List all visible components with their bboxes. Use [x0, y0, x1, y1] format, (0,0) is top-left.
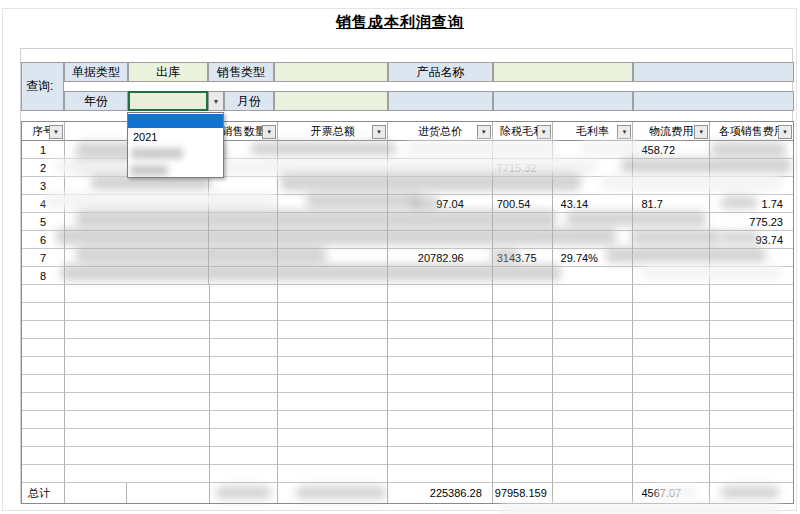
cell[interactable]: [388, 393, 493, 411]
doc-type-value-cell[interactable]: 出库: [128, 62, 208, 82]
cell[interactable]: [209, 249, 278, 267]
cell[interactable]: [278, 285, 388, 303]
cell[interactable]: [388, 285, 493, 303]
query-extra-cell[interactable]: [633, 62, 794, 82]
cell-seq[interactable]: 5: [22, 213, 65, 231]
cell[interactable]: [633, 267, 710, 285]
cell[interactable]: [22, 375, 65, 393]
cell[interactable]: [493, 177, 553, 195]
dropdown-item-redacted[interactable]: [128, 163, 223, 177]
query-extra-cell[interactable]: [388, 91, 493, 111]
cell[interactable]: [209, 213, 278, 231]
cell[interactable]: [65, 447, 210, 465]
cell[interactable]: [388, 321, 493, 339]
cell[interactable]: [633, 177, 710, 195]
cell[interactable]: [278, 231, 388, 249]
cell[interactable]: [633, 285, 710, 303]
filter-dropdown-icon[interactable]: ▼: [49, 125, 63, 139]
cell[interactable]: [65, 465, 210, 483]
filter-dropdown-icon[interactable]: ▼: [617, 125, 631, 139]
cell[interactable]: [278, 195, 388, 213]
cell[interactable]: [278, 267, 388, 285]
cell[interactable]: [633, 249, 710, 267]
cell[interactable]: [633, 159, 710, 177]
cell-purchase[interactable]: 97.04: [388, 195, 493, 213]
cell[interactable]: [65, 357, 210, 375]
cell[interactable]: [710, 141, 793, 159]
cell[interactable]: [278, 483, 388, 503]
cell-logistics[interactable]: 81.7: [633, 195, 710, 213]
cell[interactable]: [65, 321, 210, 339]
cell[interactable]: [278, 141, 388, 159]
cell[interactable]: [65, 267, 210, 285]
cell[interactable]: [278, 339, 388, 357]
cell[interactable]: [388, 213, 493, 231]
cell[interactable]: [65, 429, 210, 447]
cell[interactable]: [493, 357, 553, 375]
cell[interactable]: [65, 375, 210, 393]
cell[interactable]: [553, 483, 634, 503]
cell[interactable]: [553, 177, 634, 195]
cell[interactable]: [493, 321, 553, 339]
cell[interactable]: [209, 231, 278, 249]
cell[interactable]: [22, 393, 65, 411]
cell-gross[interactable]: 7715.32: [493, 159, 553, 177]
cell[interactable]: [710, 303, 793, 321]
cell[interactable]: [493, 447, 553, 465]
cell-gross[interactable]: 700.54: [493, 195, 553, 213]
cell-margin[interactable]: 43.14: [553, 195, 634, 213]
cell[interactable]: [493, 267, 553, 285]
cell[interactable]: [210, 483, 279, 503]
filter-dropdown-icon[interactable]: ▼: [262, 125, 276, 139]
cell[interactable]: [22, 357, 65, 375]
cell[interactable]: [388, 141, 493, 159]
cell[interactable]: [65, 483, 127, 503]
cell[interactable]: [493, 141, 553, 159]
cell[interactable]: [65, 231, 210, 249]
cell[interactable]: [278, 213, 388, 231]
cell[interactable]: [65, 393, 210, 411]
cell[interactable]: [65, 195, 210, 213]
cell[interactable]: [553, 357, 634, 375]
cell[interactable]: [553, 213, 634, 231]
cell[interactable]: [710, 285, 793, 303]
cell[interactable]: [388, 303, 493, 321]
dropdown-item-redacted[interactable]: [128, 147, 223, 161]
cell[interactable]: [710, 249, 793, 267]
cell[interactable]: [710, 393, 793, 411]
cell[interactable]: [210, 375, 279, 393]
cell[interactable]: [710, 267, 793, 285]
cell-seq[interactable]: 2: [22, 159, 65, 177]
cell[interactable]: [210, 429, 279, 447]
cell[interactable]: [553, 141, 634, 159]
cell[interactable]: [553, 411, 634, 429]
cell[interactable]: [278, 249, 388, 267]
cell[interactable]: [278, 375, 388, 393]
cell[interactable]: [633, 303, 710, 321]
cell[interactable]: [633, 321, 710, 339]
cell[interactable]: [388, 339, 493, 357]
cell[interactable]: [209, 195, 278, 213]
cell[interactable]: [553, 231, 634, 249]
cell[interactable]: [553, 393, 634, 411]
cell-expense[interactable]: 775.23: [710, 213, 793, 231]
cell[interactable]: [493, 213, 553, 231]
cell[interactable]: [710, 465, 793, 483]
cell[interactable]: [22, 465, 65, 483]
year-value-cell[interactable]: [128, 91, 208, 111]
cell-expense[interactable]: 1.74: [710, 195, 793, 213]
cell[interactable]: [710, 375, 793, 393]
cell[interactable]: [278, 159, 388, 177]
cell[interactable]: [493, 231, 553, 249]
cell-seq[interactable]: 8: [22, 267, 65, 285]
cell[interactable]: [388, 231, 493, 249]
query-extra-cell[interactable]: [493, 91, 633, 111]
cell[interactable]: [493, 411, 553, 429]
cell[interactable]: [710, 483, 793, 503]
cell[interactable]: [553, 285, 634, 303]
cell[interactable]: [553, 375, 634, 393]
cell-expense[interactable]: 93.74: [710, 231, 793, 249]
cell[interactable]: [278, 393, 388, 411]
cell[interactable]: [553, 429, 634, 447]
cell[interactable]: [278, 303, 388, 321]
